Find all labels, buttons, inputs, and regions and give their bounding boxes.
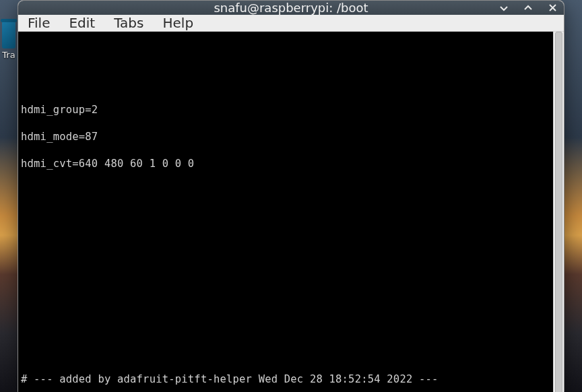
- term-line: [21, 238, 550, 251]
- titlebar[interactable]: snafu@raspberrypi: /boot: [18, 1, 564, 15]
- vertical-scrollbar[interactable]: [553, 32, 564, 392]
- trash-can-icon: [2, 22, 15, 48]
- terminal-output[interactable]: hdmi_group=2 hdmi_mode=87 hdmi_cvt=640 4…: [18, 32, 553, 392]
- desktop-background: Tra snafu@raspberrypi: /boot File Edit T…: [0, 0, 582, 392]
- window-title: snafu@raspberrypi: /boot: [214, 1, 368, 15]
- term-line: [21, 49, 550, 63]
- trash-label: Tra: [0, 50, 18, 60]
- term-line: [21, 184, 550, 197]
- scroll-thumb[interactable]: [555, 32, 562, 392]
- maximize-button[interactable]: [522, 2, 534, 14]
- menu-file[interactable]: File: [28, 15, 50, 31]
- menu-help[interactable]: Help: [162, 15, 193, 31]
- term-line: [21, 211, 550, 224]
- term-line: [21, 292, 550, 305]
- term-line: [21, 265, 550, 278]
- minimize-button[interactable]: [498, 2, 510, 14]
- term-line: hdmi_cvt=640 480 60 1 0 0 0: [21, 157, 550, 170]
- trash-desktop-icon[interactable]: Tra: [0, 22, 18, 60]
- terminal-window: snafu@raspberrypi: /boot File Edit Tabs …: [18, 0, 564, 392]
- menu-edit[interactable]: Edit: [69, 15, 95, 31]
- term-line: [21, 346, 550, 359]
- term-line: hdmi_mode=87: [21, 130, 550, 143]
- term-line: hdmi_group=2: [21, 103, 550, 117]
- terminal-area: hdmi_group=2 hdmi_mode=87 hdmi_cvt=640 4…: [18, 32, 564, 392]
- menubar: File Edit Tabs Help: [18, 15, 564, 32]
- window-controls: [498, 1, 558, 15]
- menu-tabs[interactable]: Tabs: [114, 15, 143, 31]
- term-line: # --- added by adafruit-pitft-helper Wed…: [21, 372, 550, 386]
- close-button[interactable]: [546, 2, 558, 14]
- term-line: [21, 319, 550, 332]
- term-line: [21, 76, 550, 90]
